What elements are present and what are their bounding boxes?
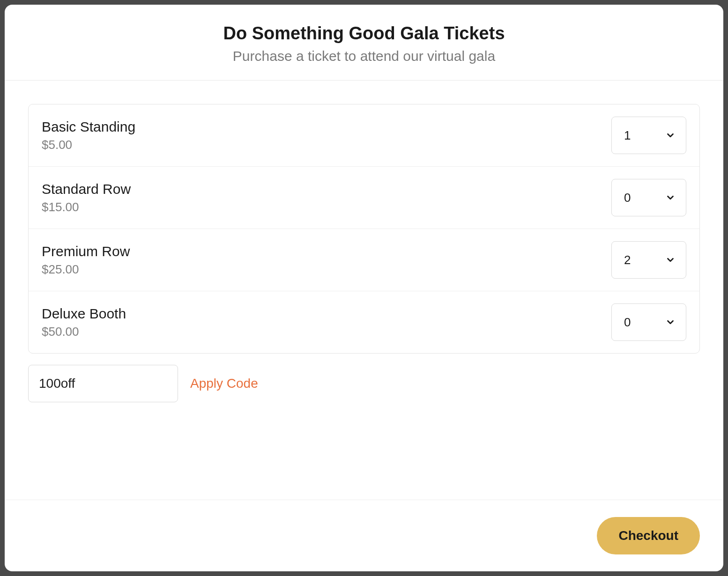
promo-code-input[interactable] [28,365,178,402]
quantity-value: 0 [624,191,631,205]
ticket-info: Basic Standing $5.00 [42,119,135,152]
promo-code-row: Apply Code [28,365,700,402]
ticket-info: Standard Row $15.00 [42,181,131,214]
page-title: Do Something Good Gala Tickets [14,23,714,44]
apply-code-button[interactable]: Apply Code [190,376,258,391]
ticket-purchase-dialog: Do Something Good Gala Tickets Purchase … [5,5,723,571]
dialog-header: Do Something Good Gala Tickets Purchase … [5,5,723,81]
chevron-down-icon [665,255,676,265]
ticket-name: Standard Row [42,181,131,197]
quantity-select[interactable]: 0 [611,179,686,216]
quantity-value: 0 [624,315,631,330]
ticket-info: Deluxe Booth $50.00 [42,306,126,339]
chevron-down-icon [665,130,676,140]
ticket-price: $25.00 [42,262,130,277]
chevron-down-icon [665,192,676,203]
quantity-select[interactable]: 0 [611,303,686,341]
ticket-price: $50.00 [42,325,126,339]
ticket-list: Basic Standing $5.00 1 Standard Row $15.… [28,104,700,354]
chevron-down-icon [665,317,676,327]
quantity-select[interactable]: 2 [611,241,686,279]
ticket-name: Deluxe Booth [42,306,126,322]
ticket-row: Standard Row $15.00 0 [29,167,699,229]
ticket-row: Premium Row $25.00 2 [29,229,699,291]
ticket-price: $5.00 [42,138,135,152]
ticket-name: Basic Standing [42,119,135,135]
checkout-button[interactable]: Checkout [597,517,700,554]
ticket-name: Premium Row [42,244,130,259]
dialog-content: Basic Standing $5.00 1 Standard Row $15.… [5,81,723,500]
ticket-row: Basic Standing $5.00 1 [29,104,699,167]
quantity-value: 1 [624,128,631,143]
ticket-info: Premium Row $25.00 [42,244,130,277]
dialog-footer: Checkout [5,500,723,571]
quantity-select[interactable]: 1 [611,117,686,154]
ticket-price: $15.00 [42,200,131,214]
page-subtitle: Purchase a ticket to attend our virtual … [14,48,714,64]
ticket-row: Deluxe Booth $50.00 0 [29,291,699,353]
quantity-value: 2 [624,253,631,267]
